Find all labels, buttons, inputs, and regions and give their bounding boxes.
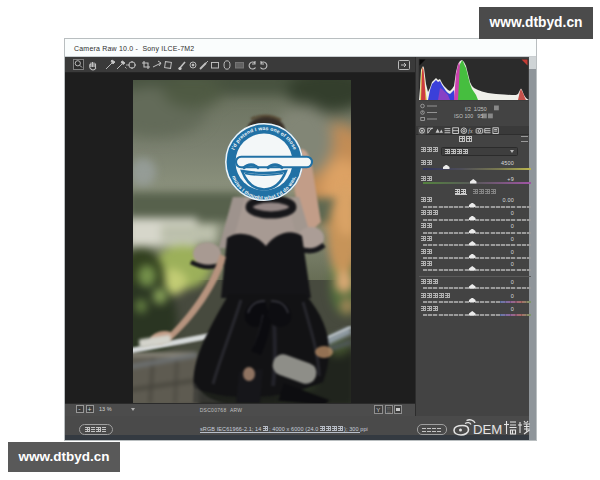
svg-text:ISO 100 95: ISO 100 95 bbox=[454, 113, 483, 119]
svg-text:DEM: DEM bbox=[473, 422, 502, 437]
svg-text:fx: fx bbox=[468, 128, 473, 134]
svg-text:f/2 1/250: f/2 1/250 bbox=[465, 106, 487, 112]
